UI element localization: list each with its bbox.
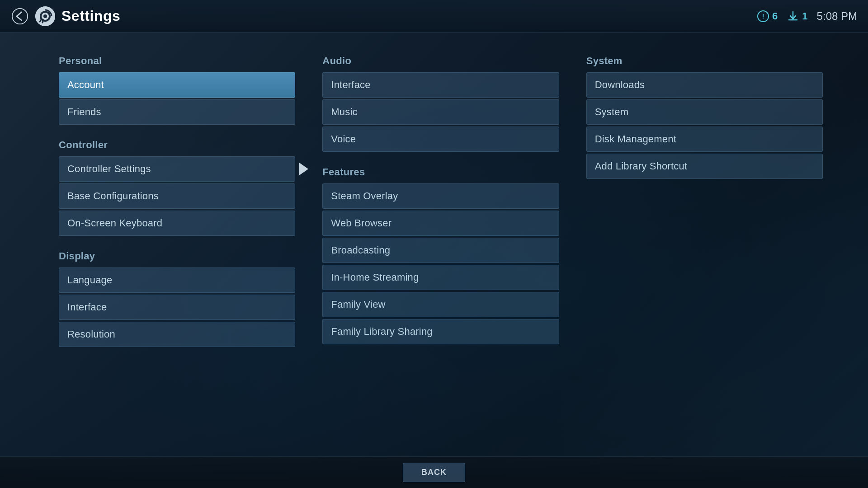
notifications-count: 6 [772,10,778,22]
menu-item-add-library-shortcut[interactable]: Add Library Shortcut [586,154,823,179]
steam-logo-icon [35,6,55,26]
column-left: Personal Account Friends Controller Cont… [59,55,322,361]
back-button[interactable] [11,7,29,25]
header-right: ! 6 1 5:08 PM [757,10,857,23]
back-footer-button[interactable]: BACK [403,463,465,482]
section-personal: Personal Account Friends [59,55,295,125]
page-title: Settings [61,8,120,24]
svg-text:!: ! [762,13,764,20]
menu-item-steam-overlay[interactable]: Steam Overlay [322,183,559,209]
column-middle: Audio Interface Music Voice Features Ste… [322,55,586,361]
menu-item-resolution[interactable]: Resolution [59,322,295,347]
personal-header: Personal [59,55,295,67]
section-features: Features Steam Overlay Web Browser Broad… [322,166,559,344]
menu-item-language[interactable]: Language [59,267,295,293]
controller-header: Controller [59,139,295,151]
svg-point-0 [12,8,28,23]
features-header: Features [322,166,559,178]
steam-logo [35,6,55,26]
download-icon [787,10,799,23]
header: Settings ! 6 1 5:08 PM [0,0,868,33]
menu-item-disk-management[interactable]: Disk Management [586,127,823,152]
menu-item-family-view[interactable]: Family View [322,292,559,317]
notifications-group[interactable]: ! 6 [757,10,778,23]
menu-item-music[interactable]: Music [322,99,559,125]
menu-item-friends[interactable]: Friends [59,99,295,125]
menu-item-account[interactable]: Account [59,72,295,98]
system-header: System [586,55,823,67]
svg-point-3 [43,14,47,18]
menu-item-on-screen-keyboard[interactable]: On-Screen Keyboard [59,211,295,236]
display-header: Display [59,250,295,262]
audio-header: Audio [322,55,559,67]
section-system: System Downloads System Disk Management … [586,55,823,179]
menu-item-in-home-streaming[interactable]: In-Home Streaming [322,265,559,290]
menu-item-broadcasting[interactable]: Broadcasting [322,238,559,263]
back-arrow-icon [12,8,28,24]
menu-item-voice[interactable]: Voice [322,127,559,152]
section-audio: Audio Interface Music Voice [322,55,559,152]
menu-item-controller-settings[interactable]: Controller Settings [59,156,295,182]
clock: 5:08 PM [817,10,857,23]
menu-item-system[interactable]: System [586,99,823,125]
menu-item-web-browser[interactable]: Web Browser [322,211,559,236]
section-controller: Controller Controller Settings Base Conf… [59,139,295,236]
menu-item-base-configurations[interactable]: Base Configurations [59,183,295,209]
notification-icon: ! [757,10,769,23]
menu-item-display-interface[interactable]: Interface [59,295,295,320]
downloads-count: 1 [802,10,807,22]
section-display: Display Language Interface Resolution [59,250,295,347]
column-right: System Downloads System Disk Management … [586,55,823,361]
menu-item-audio-interface[interactable]: Interface [322,72,559,98]
downloads-group[interactable]: 1 [787,10,807,23]
menu-item-downloads[interactable]: Downloads [586,72,823,98]
controller-settings-row: Controller Settings [59,156,295,183]
main-content: Personal Account Friends Controller Cont… [0,33,868,380]
header-left: Settings [11,6,757,26]
menu-item-family-library-sharing[interactable]: Family Library Sharing [322,319,559,344]
footer: BACK [0,456,868,488]
